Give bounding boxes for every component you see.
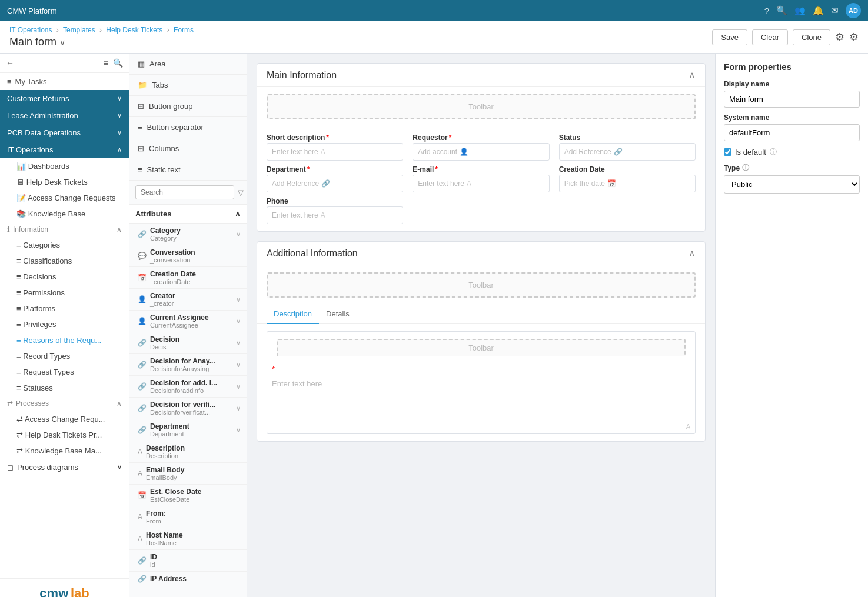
sidebar-sub-knowledge-process[interactable]: ⇄ Knowledge Base Ma... [0, 443, 129, 459]
sidebar-sub-record-types[interactable]: ≡ Record Types [0, 348, 129, 364]
attr-row[interactable]: A Host Name HostName [129, 528, 247, 550]
palette-search-row: ▽ [129, 181, 247, 204]
more-icon[interactable]: ⚙ [849, 31, 859, 44]
attr-row[interactable]: 💬 Conversation _conversation [129, 245, 247, 267]
list-icon[interactable]: ≡ [104, 58, 108, 68]
sidebar-item-mytasks[interactable]: ≡ My Tasks [0, 73, 129, 90]
sidebar-sub-request-types[interactable]: ≡ Request Types [0, 364, 129, 380]
search-icon[interactable]: 🔍 [776, 5, 787, 16]
attributes-collapse[interactable]: ∧ [235, 209, 241, 218]
field-input-email[interactable]: Enter text here A [413, 175, 549, 192]
sidebar-sub-access-process[interactable]: ⇄ Access Change Requ... [0, 411, 129, 427]
attr-row[interactable]: 🔗 Decision for Anay... DecisionforAnaysi… [129, 354, 247, 376]
inner-toolbar-placeholder: Toolbar [277, 339, 686, 356]
save-button[interactable]: Save [712, 29, 747, 45]
field-input-department[interactable]: Add Reference 🔗 [267, 175, 403, 192]
required-marker: * [267, 363, 695, 375]
attr-row[interactable]: A Description Description [129, 441, 247, 463]
bell-icon[interactable]: 🔔 [813, 5, 824, 16]
processes-icon: ⇄ [7, 399, 13, 408]
sidebar-sub-decisions[interactable]: ≡ Decisions [0, 269, 129, 285]
sidebar-item-process-diagrams[interactable]: ◻ Process diagrams ∨ [0, 459, 129, 476]
sidebar-sub-permissions[interactable]: ≡ Permissions [0, 285, 129, 301]
field-input-phone[interactable]: Enter text here A [267, 206, 403, 224]
type-select[interactable]: Public Private [724, 175, 860, 194]
palette-static-text[interactable]: ≡ Static text [129, 159, 247, 181]
help-icon[interactable]: ? [764, 6, 769, 16]
information-section-header[interactable]: ℹ Information ∧ [0, 222, 129, 237]
palette-area[interactable]: ▦ Area [129, 54, 247, 75]
sidebar-sub-statuses[interactable]: ≡ Statuses [0, 380, 129, 396]
field-input-creation-date[interactable]: Pick the date 📅 [559, 175, 696, 192]
breadcrumb-helpdesk[interactable]: Help Desk Tickets [106, 26, 162, 34]
palette-button-group[interactable]: ⊞ Button group [129, 96, 247, 117]
display-name-input[interactable] [724, 91, 860, 108]
sidebar-sub-platforms[interactable]: ≡ Platforms [0, 301, 129, 316]
settings-icon[interactable]: ⚙ [835, 31, 844, 44]
breadcrumb-forms[interactable]: Forms [174, 26, 194, 34]
caret-icon: ∨ [117, 112, 122, 119]
palette-search-input[interactable] [135, 185, 234, 199]
attr-row[interactable]: 📅 Est. Close Date EstCloseDate [129, 485, 247, 506]
field-label-creation-date: Creation Date [559, 165, 696, 174]
sidebar-sub-privileges[interactable]: ≡ Privileges [0, 316, 129, 332]
sidebar-sub-knowledge[interactable]: 📚 Knowledge Base [0, 206, 129, 222]
user-avatar[interactable]: AD [846, 3, 861, 18]
back-icon[interactable]: ← [6, 58, 14, 68]
field-input-status[interactable]: Add Reference 🔗 [559, 143, 696, 161]
my-tasks-label: My Tasks [15, 77, 47, 86]
palette-tabs[interactable]: 📁 Tabs [129, 75, 247, 96]
palette-button-separator[interactable]: ≡ Button separator [129, 117, 247, 138]
type-label: Type ⓘ [724, 163, 860, 173]
breadcrumb-templates[interactable]: Templates [63, 26, 95, 34]
is-default-checkbox[interactable] [724, 148, 731, 156]
attr-caret: ∨ [236, 339, 241, 347]
attr-row[interactable]: A Email Body EmailBody [129, 463, 247, 485]
attr-system: Decis [150, 343, 179, 351]
attr-row[interactable]: 🔗 ID id [129, 550, 247, 572]
attr-row[interactable]: 👤 Current Assignee CurrentAssignee ∨ [129, 311, 247, 332]
sidebar-item-it-ops[interactable]: IT Operations ∧ [0, 141, 129, 158]
form-title-caret[interactable]: ∨ [59, 38, 65, 47]
field-input-requestor[interactable]: Add account 👤 [413, 143, 549, 161]
clear-button[interactable]: Clear [752, 29, 788, 45]
sidebar-sub-classifications[interactable]: ≡ Classifications [0, 253, 129, 269]
logo-lab: lab [71, 586, 89, 597]
attr-row[interactable]: 🔗 IP Address [129, 572, 247, 586]
attr-row[interactable]: 👤 Creator _creator ∨ [129, 289, 247, 311]
description-textarea[interactable]: Enter text here A [267, 375, 695, 433]
attr-row[interactable]: 🔗 Decision Decis ∨ [129, 332, 247, 354]
attr-row[interactable]: 🔗 Decision for verifi... Decisionforveri… [129, 398, 247, 419]
users-icon[interactable]: 👥 [794, 5, 806, 16]
sidebar-sub-dashboards[interactable]: 📊 Dashboards [0, 158, 129, 174]
static-text-icon: ≡ [138, 165, 142, 174]
field-text-status: Add Reference [564, 148, 611, 156]
tab-details[interactable]: Details [319, 305, 357, 324]
system-name-input[interactable] [724, 124, 860, 141]
additional-section-collapse[interactable]: ∧ [689, 248, 696, 259]
attr-row[interactable]: 📅 Creation Date _creationDate [129, 267, 247, 289]
sidebar-sub-helpdesk[interactable]: 🖥 Help Desk Tickets [0, 174, 129, 190]
field-input-short-desc[interactable]: Enter text here A [267, 143, 403, 161]
field-text-short-desc: Enter text here [272, 148, 318, 156]
attr-row[interactable]: 🔗 Category Category ∨ [129, 224, 247, 245]
main-section-collapse[interactable]: ∧ [689, 69, 696, 81]
filter-icon[interactable]: ▽ [238, 188, 244, 197]
clone-button[interactable]: Clone [793, 29, 830, 45]
attr-row[interactable]: 🔗 Decision for add. i... Decisionforaddi… [129, 376, 247, 398]
breadcrumb-it-ops[interactable]: IT Operations [9, 26, 52, 34]
sidebar-sub-helpdesk-process[interactable]: ⇄ Help Desk Tickets Pr... [0, 427, 129, 443]
sidebar-item-pcb-data[interactable]: PCB Data Operations ∨ [0, 124, 129, 141]
sidebar-sub-reasons[interactable]: ≡ Reasons of the Requ... [0, 332, 129, 348]
sidebar-item-customer-returns[interactable]: Customer Returns ∨ [0, 90, 129, 107]
attr-row[interactable]: A From: From [129, 506, 247, 528]
message-icon[interactable]: ✉ [831, 5, 839, 16]
processes-section-header[interactable]: ⇄ Processes ∧ [0, 396, 129, 411]
attr-row[interactable]: 🔗 Department Department ∨ [129, 419, 247, 441]
sidebar-item-lease-admin[interactable]: Lease Administration ∨ [0, 107, 129, 124]
sidebar-sub-categories[interactable]: ≡ Categories [0, 237, 129, 253]
sidebar-search-icon[interactable]: 🔍 [113, 58, 123, 68]
palette-columns[interactable]: ⊞ Columns [129, 138, 247, 159]
sidebar-sub-access[interactable]: 📝 Access Change Requests [0, 190, 129, 206]
tab-description[interactable]: Description [267, 305, 319, 324]
